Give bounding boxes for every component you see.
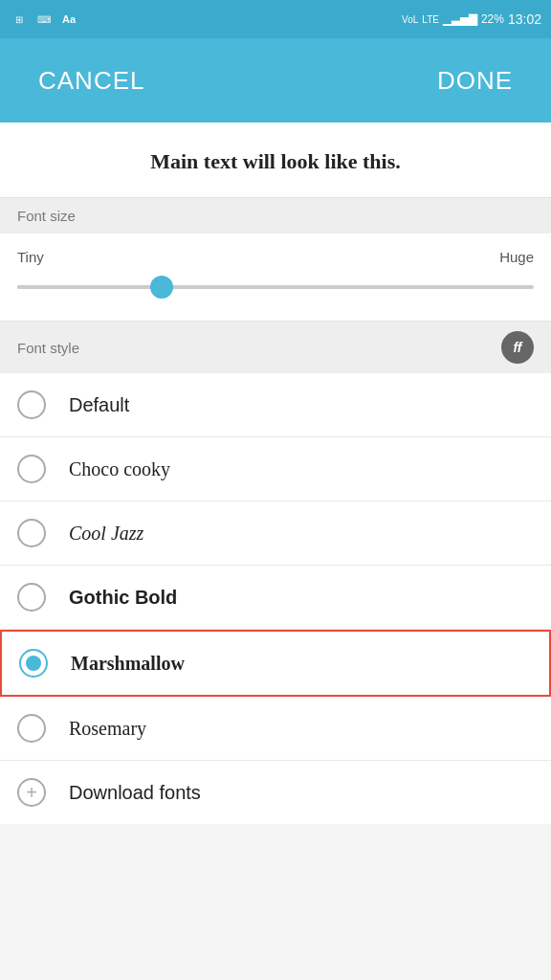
font-item-default[interactable]: Default	[0, 373, 551, 437]
lte-icon: LTE	[422, 14, 439, 25]
screenshot-icon: ⊞	[10, 11, 29, 27]
font-size-header: Font size	[0, 198, 551, 234]
slider-labels: Tiny Huge	[17, 249, 534, 265]
font-item-rosemary[interactable]: Rosemary	[0, 697, 551, 761]
font-style-section: Default Choco cooky Cool Jazz Gothic Bol…	[0, 373, 551, 824]
keyboard-icon: ⌨	[34, 11, 54, 27]
font-icon: Aa	[59, 11, 78, 27]
font-item-gothic-bold[interactable]: Gothic Bold	[0, 566, 551, 630]
slider-thumb[interactable]	[150, 276, 173, 299]
battery-level: 22%	[481, 12, 504, 26]
radio-choco-cooky[interactable]	[17, 455, 46, 483]
radio-rosemary[interactable]	[17, 714, 46, 743]
slider-max-label: Huge	[499, 249, 534, 265]
radio-gothic-bold[interactable]	[17, 583, 46, 612]
slider-track	[17, 285, 534, 289]
font-item-marshmallow[interactable]: Marshmallow	[0, 630, 551, 697]
status-bar: ⊞ ⌨ Aa VoL LTE ▁▃▅▇ 22% 13:02	[0, 0, 551, 38]
radio-marshmallow[interactable]	[19, 649, 48, 678]
preview-area: Main text will look like this.	[0, 122, 551, 198]
font-name-choco-cooky: Choco cooky	[69, 458, 170, 480]
signal-bars: ▁▃▅▇	[443, 12, 477, 26]
slider-min-label: Tiny	[17, 249, 44, 265]
download-plus-icon: +	[17, 778, 46, 807]
font-item-choco-cooky[interactable]: Choco cooky	[0, 437, 551, 501]
font-name-cool-jazz: Cool Jazz	[69, 523, 143, 545]
font-name-marshmallow: Marshmallow	[71, 653, 185, 675]
ff-badge-label: ff	[513, 340, 521, 355]
radio-cool-jazz[interactable]	[17, 519, 46, 547]
status-bar-left: ⊞ ⌨ Aa	[10, 11, 78, 27]
preview-text: Main text will look like this.	[150, 149, 401, 173]
font-style-label: Font style	[17, 340, 79, 356]
font-finder-badge[interactable]: ff	[501, 331, 534, 364]
font-size-slider[interactable]	[17, 273, 534, 301]
done-button[interactable]: DONE	[399, 38, 551, 122]
cancel-button[interactable]: CANCEL	[0, 38, 183, 122]
font-name-default: Default	[69, 394, 129, 416]
time: 13:02	[508, 11, 541, 27]
vol-icon: VoL	[402, 14, 418, 25]
font-name-gothic-bold: Gothic Bold	[69, 587, 177, 609]
font-style-header: Font style ff	[0, 322, 551, 373]
font-size-label: Font size	[17, 208, 76, 224]
slider-fill	[17, 285, 162, 289]
action-bar: CANCEL DONE	[0, 38, 551, 122]
font-item-cool-jazz[interactable]: Cool Jazz	[0, 501, 551, 566]
font-name-rosemary: Rosemary	[69, 718, 146, 740]
download-fonts-label: Download fonts	[69, 782, 201, 804]
radio-default[interactable]	[17, 390, 46, 419]
radio-marshmallow-inner	[26, 656, 41, 671]
download-fonts-item[interactable]: + Download fonts	[0, 761, 551, 824]
font-size-section: Tiny Huge	[0, 234, 551, 322]
status-bar-right: VoL LTE ▁▃▅▇ 22% 13:02	[402, 11, 541, 27]
